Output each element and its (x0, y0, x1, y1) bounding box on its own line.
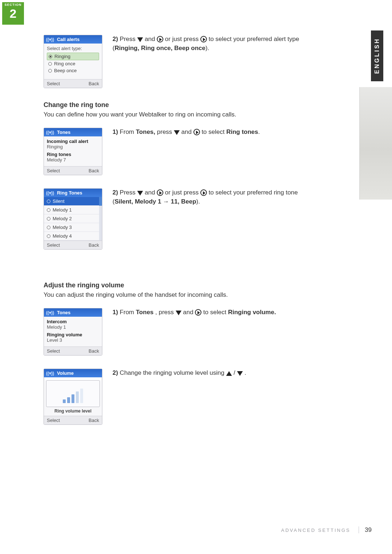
radio-icon (48, 62, 52, 66)
step-vol-2: 2) Change the ringing volume level using… (102, 369, 319, 378)
step-call-alerts-2: 2) Press and or just press to select you… (102, 35, 319, 53)
section-label: SECTION (2, 3, 24, 7)
radio-icon (47, 200, 50, 203)
signal-icon: ((▾)) (46, 37, 54, 42)
cat-ringing-volume: Ringing volume (47, 332, 99, 337)
row-tones-a: ((▾)) Tones Incoming call alert Ringing … (44, 128, 319, 175)
alert-type-list: Ringing Ring once Beep once (47, 51, 99, 75)
signal-icon: ((▾)) (46, 371, 54, 376)
down-arrow-icon (137, 37, 143, 42)
manual-page: SECTION 2 ENGLISH ((▾)) Call alerts Sele… (0, 0, 392, 554)
sub-change-ring-tone: You can define how you want your Webtalk… (44, 111, 319, 118)
radio-icon (47, 234, 50, 238)
language-tab: ENGLISH (371, 30, 383, 81)
screen-title: Tones (57, 130, 70, 135)
ring-tone-silent[interactable]: Silent (44, 197, 102, 206)
down-arrow-icon (237, 371, 243, 376)
screen-title-bar: ((▾)) Call alerts (44, 35, 102, 44)
screen-body: Incoming call alert Ringing Ring tones M… (44, 136, 102, 166)
screen-body: Intercom Melody 1 Ringing volume Level 3 (44, 317, 102, 346)
cat-ring-tones: Ring tones (47, 152, 99, 157)
softkey-select[interactable]: Select (47, 168, 60, 173)
page-number: 39 (359, 526, 372, 533)
screen-title-bar: ((▾)) Tones (44, 128, 102, 136)
volume-caption: Ring volume level (44, 409, 102, 416)
screen-title-bar: ((▾)) Ring Tones (44, 189, 102, 197)
alert-option-beep-once[interactable]: Beep once (47, 67, 99, 74)
screen-softkeys: Select Back (44, 346, 102, 355)
content-column: ((▾)) Call alerts Select alert type: Rin… (44, 35, 319, 438)
screen-ring-tones: ((▾)) Ring Tones Silent Melody 1 Melody … (44, 188, 102, 250)
page-footer: ADVANCED SETTINGS 39 (281, 526, 372, 534)
alert-option-ring-once[interactable]: Ring once (47, 60, 99, 67)
row-ring-tones: ((▾)) Ring Tones Silent Melody 1 Melody … (44, 188, 319, 250)
screen-body: Select alert type: Ringing Ring once Bee… (44, 44, 102, 79)
screen-call-alerts: ((▾)) Call alerts Select alert type: Rin… (44, 35, 102, 88)
alert-option-ringing[interactable]: Ringing (47, 53, 99, 60)
down-arrow-icon (137, 191, 143, 196)
cat-intercom: Intercom (47, 319, 99, 324)
up-arrow-icon (226, 371, 232, 376)
screen-softkeys: Select Back (44, 79, 102, 88)
softkey-back[interactable]: Back (89, 348, 99, 354)
row-call-alerts: ((▾)) Call alerts Select alert type: Rin… (44, 35, 319, 88)
section-badge: SECTION 2 (2, 2, 24, 25)
screen-title-bar: ((▾)) Volume (44, 369, 102, 377)
heading-adjust-volume: Adjust the ringing volume (44, 282, 319, 289)
enter-button-icon (157, 36, 163, 42)
screen-title: Volume (57, 370, 74, 376)
softkey-select[interactable]: Select (47, 81, 60, 86)
signal-icon: ((▾)) (46, 190, 54, 196)
step-ring-2: 2) Press and or just press to select you… (102, 188, 319, 206)
softkey-select[interactable]: Select (47, 418, 60, 423)
screen-softkeys: Select Back (44, 241, 102, 249)
val-ringing-volume: Level 3 (47, 337, 99, 343)
ring-tone-melody-4[interactable]: Melody 4 (44, 232, 102, 241)
screen-tones-b: ((▾)) Tones Intercom Melody 1 Ringing vo… (44, 308, 102, 356)
ring-tone-melody-2[interactable]: Melody 2 (44, 214, 102, 223)
softkey-back[interactable]: Back (89, 81, 99, 86)
radio-icon (49, 55, 52, 58)
val-intercom: Melody 1 (47, 324, 99, 330)
down-arrow-icon (174, 130, 180, 135)
radio-icon (47, 226, 50, 229)
softkey-select[interactable]: Select (47, 348, 60, 354)
screen-title-bar: ((▾)) Tones (44, 308, 102, 317)
enter-button-icon (193, 129, 200, 135)
val-ring-tones: Melody 7 (47, 157, 99, 163)
heading-change-ring-tone: Change the ring tone (44, 101, 319, 109)
step-vol-1: 1) From Tones , press and to select Ring… (102, 308, 319, 317)
screen-softkeys: Select Back (44, 416, 102, 424)
row-volume: ((▾)) Volume Ring volume level Select Ba… (44, 369, 319, 425)
screen-volume: ((▾)) Volume Ring volume level Select Ba… (44, 369, 102, 425)
enter-button-icon (200, 189, 207, 196)
sub-adjust-volume: You can adjust the ringing volume of the… (44, 291, 319, 299)
ring-tone-melody-1[interactable]: Melody 1 (44, 206, 102, 214)
cat-incoming-call-alert: Incoming call alert (47, 139, 99, 144)
scrollbar-thumb[interactable] (99, 197, 102, 206)
screen-softkeys: Select Back (44, 166, 102, 175)
enter-button-icon (200, 36, 207, 42)
softkey-select[interactable]: Select (47, 242, 60, 248)
softkey-back[interactable]: Back (89, 168, 99, 173)
footer-label: ADVANCED SETTINGS (281, 528, 351, 533)
volume-level-box (46, 380, 100, 407)
softkey-back[interactable]: Back (89, 242, 99, 248)
step-ring-1: 1) From Tones, press and to select Ring … (102, 128, 319, 137)
radio-icon (48, 69, 52, 73)
val-incoming-call-alert: Ringing (47, 144, 99, 149)
enter-button-icon (157, 189, 163, 196)
softkey-back[interactable]: Back (89, 418, 99, 423)
volume-bars-icon (63, 389, 83, 403)
screen-title: Ring Tones (57, 190, 82, 196)
screen-body: Ring volume level (44, 380, 102, 416)
side-photo (359, 87, 392, 200)
screen-body: Silent Melody 1 Melody 2 Melody 3 Melody… (44, 197, 102, 241)
language-tab-text: ENGLISH (374, 38, 380, 74)
enter-button-icon (195, 309, 201, 316)
signal-icon: ((▾)) (46, 310, 54, 315)
row-tones-b: ((▾)) Tones Intercom Melody 1 Ringing vo… (44, 308, 319, 356)
screen-title: Tones (57, 310, 70, 315)
signal-icon: ((▾)) (46, 130, 54, 135)
ring-tone-melody-3[interactable]: Melody 3 (44, 223, 102, 232)
